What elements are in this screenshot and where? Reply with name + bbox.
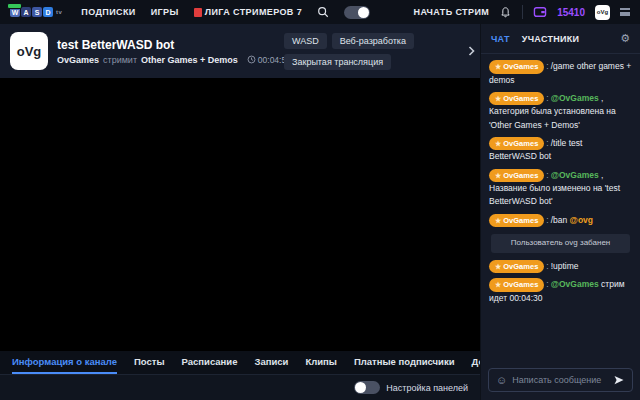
tag[interactable]: Веб-разработка xyxy=(332,33,414,49)
extension-badge xyxy=(7,3,22,9)
top-navbar: W A S D tv ПОДПИСКИ ИГРЫ ЛИГА СТРИМЕРОВ … xyxy=(0,0,640,24)
video-player[interactable] xyxy=(0,78,480,351)
chat-panel: ЧАТ УЧАСТНИКИ ⚙ ★OvGames:/game other gam… xyxy=(480,24,640,400)
send-message-icon[interactable] xyxy=(613,374,625,386)
panels-settings-bar: Настройка панелей xyxy=(0,375,480,400)
message-separator: : xyxy=(546,61,548,71)
league-icon xyxy=(194,8,202,17)
chat-input-box: ☺ xyxy=(488,368,633,392)
panels-settings-label: Настройка панелей xyxy=(386,383,468,393)
author-badge[interactable]: ★OvGames xyxy=(489,278,544,292)
tag[interactable]: Закрытая трансляция xyxy=(284,54,391,70)
search-icon[interactable] xyxy=(317,6,329,18)
chat-messages: ★OvGames:/game other games + demos ★OvGa… xyxy=(481,54,640,362)
star-icon: ★ xyxy=(495,63,501,70)
author-name: OvGames xyxy=(503,170,538,182)
author-badge[interactable]: ★OvGames xyxy=(489,92,544,106)
author-name: OvGames xyxy=(503,261,538,273)
nav-link-subscriptions[interactable]: ПОДПИСКИ xyxy=(81,7,135,17)
collapse-chat-chevron-icon[interactable] xyxy=(468,46,475,57)
tab-posts[interactable]: Посты xyxy=(134,351,165,374)
chat-header: ЧАТ УЧАСТНИКИ ⚙ xyxy=(481,24,640,54)
author-name: OvGames xyxy=(503,215,538,227)
logo-letter: S xyxy=(32,7,42,17)
logo-letter: D xyxy=(43,7,53,17)
wasd-logo[interactable]: W A S D tv xyxy=(10,7,62,17)
menu-burger-icon[interactable] xyxy=(620,8,630,16)
chat-message: ★OvGames:/game other games + demos xyxy=(489,60,632,87)
message-text: /ban xyxy=(551,215,570,225)
logo-letter: A xyxy=(21,7,31,17)
tag[interactable]: WASD xyxy=(284,33,327,49)
clock-icon xyxy=(247,55,256,64)
channel-name-link[interactable]: OvGames xyxy=(57,55,99,65)
star-icon: ★ xyxy=(495,95,501,102)
emoji-smiley-icon[interactable]: ☺ xyxy=(496,375,507,386)
user-mention[interactable]: @OvGames xyxy=(551,279,599,289)
author-name: OvGames xyxy=(503,61,538,73)
streams-verb: стримит xyxy=(103,55,137,65)
wallet-icon[interactable] xyxy=(533,6,547,18)
author-name: OvGames xyxy=(503,138,538,150)
system-message: Пользователь ovg забанен xyxy=(491,234,630,252)
message-separator: : xyxy=(546,279,548,289)
panels-toggle-knob xyxy=(355,382,366,393)
author-badge[interactable]: ★OvGames xyxy=(489,60,544,74)
tab-clips[interactable]: Клипы xyxy=(305,351,337,374)
message-separator: : xyxy=(546,93,548,103)
star-icon: ★ xyxy=(495,172,501,179)
app-root: W A S D tv ПОДПИСКИ ИГРЫ ЛИГА СТРИМЕРОВ … xyxy=(0,0,640,400)
chat-input-area: ☺ xyxy=(481,362,640,400)
author-badge[interactable]: ★OvGames xyxy=(489,169,544,183)
author-badge[interactable]: ★OvGames xyxy=(489,137,544,151)
chat-tab-chat[interactable]: ЧАТ xyxy=(491,34,510,44)
main-area: oVg test BetterWASD bot OvGames стримит … xyxy=(0,24,640,400)
stream-tags: WASD Веб-разработка Закрытая трансляция xyxy=(284,33,470,70)
category-link[interactable]: Other Games + Demos xyxy=(141,55,238,65)
channel-tabs: Информация о канале Посты Расписание Зап… xyxy=(0,351,480,375)
star-icon: ★ xyxy=(495,217,501,224)
start-stream-button[interactable]: НАЧАТЬ СТРИМ xyxy=(413,7,489,17)
message-separator: : xyxy=(546,215,548,225)
chat-message-input[interactable] xyxy=(512,375,608,385)
logo-suffix: tv xyxy=(56,9,62,15)
author-badge[interactable]: ★OvGames xyxy=(489,260,544,274)
chat-message: ★OvGames:/ban @ovg xyxy=(489,214,632,228)
star-icon: ★ xyxy=(495,281,501,288)
user-mention[interactable]: @ovg xyxy=(570,215,593,225)
chat-settings-gear-icon[interactable]: ⚙ xyxy=(620,33,630,44)
chat-message: ★OvGames:@OvGames стрим идет 00:04:30 xyxy=(489,278,632,305)
star-icon: ★ xyxy=(495,140,501,147)
star-icon: ★ xyxy=(495,263,501,270)
tab-recordings[interactable]: Записи xyxy=(254,351,288,374)
stream-column: oVg test BetterWASD bot OvGames стримит … xyxy=(0,24,480,400)
channel-avatar[interactable]: oVg xyxy=(10,32,48,70)
panels-settings-toggle[interactable] xyxy=(354,381,380,394)
nav-link-games[interactable]: ИГРЫ xyxy=(151,7,179,17)
notifications-bell-icon[interactable] xyxy=(499,6,512,19)
stream-info-bar: oVg test BetterWASD bot OvGames стримит … xyxy=(0,24,480,78)
stream-info: test BetterWASD bot OvGames стримит Othe… xyxy=(57,38,271,65)
user-avatar[interactable]: oVg xyxy=(595,5,610,20)
message-text: !uptime xyxy=(551,261,579,271)
tab-schedule[interactable]: Расписание xyxy=(182,351,238,374)
message-separator: : xyxy=(546,170,548,180)
chat-tab-participants[interactable]: УЧАСТНИКИ xyxy=(522,34,580,44)
coin-balance[interactable]: 15410 xyxy=(557,7,585,18)
chat-message: ★OvGames:@OvGames , Категория была устан… xyxy=(489,92,632,132)
chat-message: ★OvGames:/title test BetterWASD bot xyxy=(489,137,632,164)
divider xyxy=(522,5,523,19)
tab-paid-subscribers[interactable]: Платные подписчики xyxy=(354,351,455,374)
message-separator: : xyxy=(546,261,548,271)
nav-link-streamer-league[interactable]: ЛИГА СТРИМЕРОВ 7 xyxy=(194,7,302,17)
nav-link-label: ЛИГА СТРИМЕРОВ 7 xyxy=(205,7,302,17)
user-mention[interactable]: @OvGames xyxy=(551,93,599,103)
chat-message: ★OvGames:!uptime xyxy=(489,260,632,274)
message-separator: : xyxy=(546,138,548,148)
author-badge[interactable]: ★OvGames xyxy=(489,214,544,228)
tab-channel-info[interactable]: Информация о канале xyxy=(12,351,117,374)
navbar-right: НАЧАТЬ СТРИМ 15410 oVg xyxy=(413,5,630,20)
author-name: OvGames xyxy=(503,279,538,291)
theme-toggle[interactable] xyxy=(344,6,370,19)
user-mention[interactable]: @OvGames xyxy=(551,170,599,180)
